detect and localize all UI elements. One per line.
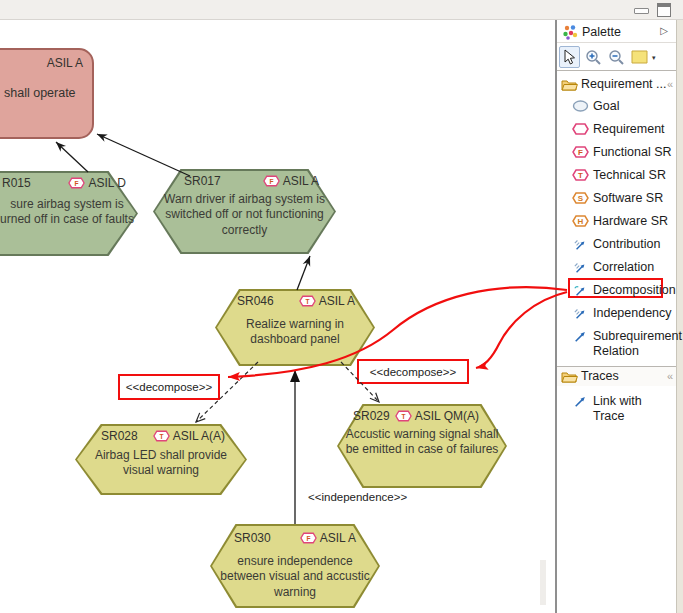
- drawer-traces[interactable]: Traces «: [557, 366, 676, 386]
- functional-sr-icon: F: [572, 145, 589, 159]
- functional-sr-icon: F: [68, 177, 85, 189]
- node-id: SR017: [184, 174, 221, 188]
- palette-item-link-with-trace[interactable]: Link with Trace: [557, 392, 676, 412]
- palette-item-software-sr[interactable]: S Software SR: [557, 189, 676, 209]
- node-goal[interactable]: ASIL A shall operate: [0, 48, 94, 139]
- node-r015[interactable]: R015 F ASIL D sure airbag system is urne…: [0, 171, 138, 256]
- window-titlebar: [0, 0, 683, 20]
- svg-text:T: T: [401, 413, 405, 420]
- cursor-arrow-icon: [563, 49, 576, 65]
- asil-label: ASIL A: [319, 294, 355, 308]
- node-sr029[interactable]: SR029 T ASIL QM(A) Accustic warning sign…: [337, 404, 507, 488]
- decomposition-icon: [572, 283, 589, 297]
- technical-sr-icon: T: [572, 168, 589, 182]
- palette-item-functional-sr[interactable]: F Functional SR: [557, 143, 676, 163]
- palette-icon: [562, 24, 579, 41]
- note-dropdown-caret-icon[interactable]: ▾: [652, 54, 656, 62]
- zoom-in-tool[interactable]: [583, 46, 604, 68]
- node-sr017[interactable]: SR017 F ASIL A Warn driver if airbag sys…: [153, 169, 336, 254]
- asil-label: ASIL A: [283, 174, 319, 188]
- node-sr046[interactable]: SR046 T ASIL A Realize warning in dashbo…: [215, 289, 375, 366]
- functional-sr-icon: F: [263, 175, 280, 187]
- select-tool[interactable]: [559, 46, 580, 68]
- svg-text:H: H: [578, 217, 584, 226]
- svg-text:S: S: [578, 194, 584, 203]
- asil-label: ASIL QM(A): [415, 409, 479, 423]
- drawer-pin-icon[interactable]: «: [667, 78, 672, 90]
- drawer-requirement[interactable]: Requirement ... «: [557, 75, 676, 95]
- magnifier-minus-icon: [608, 49, 625, 66]
- svg-text:T: T: [159, 433, 163, 440]
- subrequirement-relation-icon: [572, 329, 589, 343]
- node-text: Warn driver if airbag system is switched…: [159, 192, 330, 238]
- magnifier-plus-icon: [585, 49, 602, 66]
- functional-sr-icon: F: [300, 532, 317, 544]
- svg-text:T: T: [305, 298, 309, 305]
- svg-text:T: T: [578, 171, 583, 180]
- node-id: SR028: [101, 429, 138, 443]
- technical-sr-icon: T: [299, 295, 316, 307]
- palette-item-contribution[interactable]: Contribution: [557, 235, 676, 255]
- folder-icon: [561, 370, 578, 383]
- independence-label: <<independence>>: [308, 491, 407, 503]
- hardware-sr-icon: H: [572, 214, 589, 228]
- decompose-label: <<decompose>>: [126, 381, 212, 393]
- node-text: Airbag LED shall provide visual warning: [81, 448, 241, 479]
- node-text: Realize warning in dashboard panel: [230, 317, 360, 348]
- window-right-edge: [676, 20, 683, 613]
- goal-icon: [572, 99, 589, 113]
- node-text: sure airbag system is urned off in case …: [0, 197, 137, 228]
- technical-sr-icon: T: [153, 430, 170, 442]
- node-id: SR030: [234, 531, 271, 545]
- palette-item-subrequirement-relation[interactable]: Subrequirement Relation: [557, 327, 676, 361]
- asil-label: ASIL A: [320, 531, 356, 545]
- asil-label: ASIL A(A): [173, 429, 225, 443]
- node-text: shall operate: [4, 86, 76, 100]
- palette-item-goal[interactable]: Goal: [557, 97, 676, 117]
- folder-icon: [561, 78, 578, 91]
- minimize-icon[interactable]: [634, 8, 649, 14]
- drawer-title: Requirement ...: [581, 77, 666, 91]
- decompose-label-left-redbox[interactable]: <<decompose>>: [118, 374, 220, 400]
- svg-text:F: F: [269, 178, 273, 185]
- drawer-title: Traces: [581, 369, 619, 383]
- node-sr030[interactable]: SR030 F ASIL A ensure independence betwe…: [210, 524, 380, 608]
- node-sr028[interactable]: SR028 T ASIL A(A) Airbag LED shall provi…: [75, 424, 247, 495]
- palette-item-hardware-sr[interactable]: H Hardware SR: [557, 212, 676, 232]
- palette-expand-icon[interactable]: ▷: [660, 25, 668, 36]
- drawer-pin-icon[interactable]: «: [667, 370, 672, 382]
- sticky-note-icon: [631, 50, 648, 64]
- palette-item-independency[interactable]: Independency: [557, 304, 676, 324]
- decompose-label: <<decompose>>: [370, 366, 456, 378]
- asil-label: ASIL D: [88, 176, 126, 190]
- svg-text:F: F: [306, 535, 310, 542]
- technical-sr-icon: T: [395, 410, 412, 422]
- node-text: ensure independence between visual and a…: [220, 554, 370, 600]
- software-sr-icon: S: [572, 191, 589, 205]
- application-window: ASIL A shall operate R015 F ASIL D sure …: [0, 0, 683, 613]
- correlation-icon: [572, 260, 589, 274]
- palette-item-correlation[interactable]: Correlation: [557, 258, 676, 278]
- requirement-icon: [572, 122, 589, 136]
- contribution-icon: [572, 237, 589, 251]
- svg-text:F: F: [578, 148, 583, 157]
- asil-label: ASIL A: [47, 56, 83, 70]
- independency-icon: [572, 306, 589, 320]
- palette-header[interactable]: Palette ▷: [557, 22, 676, 43]
- diagram-canvas[interactable]: ASIL A shall operate R015 F ASIL D sure …: [0, 20, 555, 613]
- palette-item-decomposition[interactable]: Decomposition: [557, 281, 676, 301]
- decompose-label-right-redbox[interactable]: <<decompose>>: [357, 359, 469, 384]
- maximize-icon[interactable]: [657, 3, 671, 17]
- note-tool[interactable]: [629, 46, 650, 68]
- node-text: Accustic warning signal shall be emitted…: [345, 427, 499, 458]
- palette-item-technical-sr[interactable]: T Technical SR: [557, 166, 676, 186]
- node-id: R015: [2, 176, 31, 190]
- canvas-scrollbar[interactable]: [540, 560, 546, 605]
- svg-text:F: F: [75, 180, 79, 187]
- palette-item-requirement[interactable]: Requirement: [557, 120, 676, 140]
- palette-toolbar: ▾: [557, 44, 676, 71]
- node-id: SR029: [353, 409, 390, 423]
- zoom-out-tool[interactable]: [606, 46, 627, 68]
- node-id: SR046: [237, 294, 274, 308]
- palette-panel: Palette ▷: [557, 20, 676, 613]
